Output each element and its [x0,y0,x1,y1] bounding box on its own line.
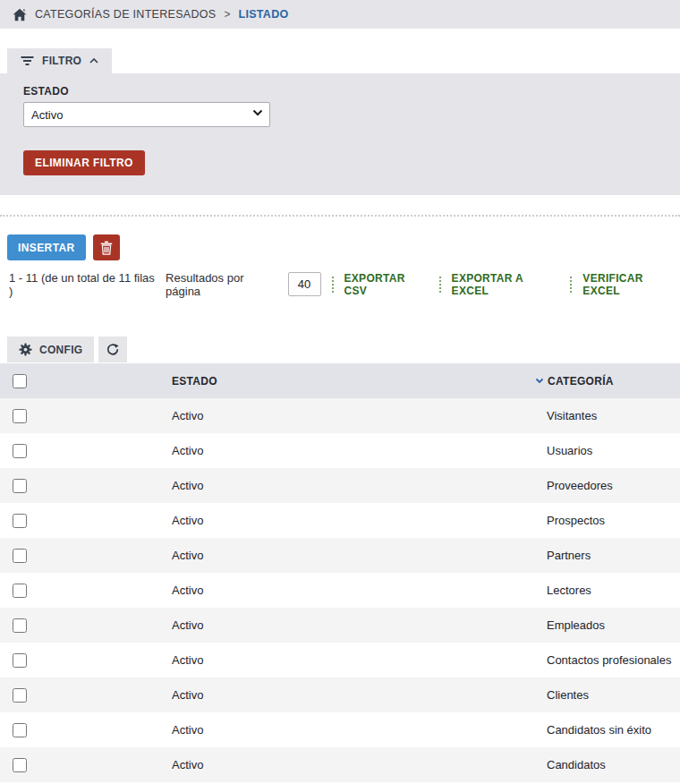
dotted-vertical-separator [439,277,441,293]
breadcrumb: CATEGORÍAS DE INTERESADOS > LISTADO [0,0,680,29]
breadcrumb-section[interactable]: CATEGORÍAS DE INTERESADOS [35,8,216,21]
estado-cell: Activo [159,468,535,503]
estado-cell: Activo [159,608,535,643]
table-row: ActivoCandidatos sin éxito [0,712,680,747]
categoria-cell: Clientes [535,677,680,712]
table-row: ActivoUsuarios [0,433,680,468]
dotted-vertical-separator [332,277,334,293]
insertar-button[interactable]: INSERTAR [7,234,86,260]
row-checkbox[interactable] [13,549,27,563]
export-link[interactable]: VERIFICAR EXCEL [582,272,680,297]
sort-chevron-down-icon [535,378,544,384]
categoria-cell: Partners [535,538,680,573]
categoria-cell: Lectores [535,573,680,608]
column-header-categoria[interactable]: CATEGORÍA [535,363,680,398]
section-divider [0,215,680,217]
categoria-cell: Empleados [535,608,680,643]
table-row: ActivoProveedores [0,468,680,503]
table-row: ActivoPartners [0,538,680,573]
categoria-cell: Proveedores [535,468,680,503]
filter-panel: ESTADO Activo ELIMINAR FILTRO [0,73,680,195]
row-checkbox[interactable] [13,584,27,598]
table-row: ActivoEmpleados [0,608,680,643]
categoria-cell: Usuarios [535,433,680,468]
row-checkbox[interactable] [13,618,27,633]
table-row: ActivoContactos profesionales [0,643,680,677]
gear-icon [19,343,32,356]
estado-cell: Activo [159,503,535,538]
row-checkbox[interactable] [13,688,27,703]
table-header-row: ESTADO CATEGORÍA [0,363,680,398]
column-header-estado[interactable]: ESTADO [159,363,535,398]
table-row: ActivoClientes [0,677,680,712]
breadcrumb-separator: > [224,8,230,21]
results-table: ESTADO CATEGORÍA ActivoVisitantesActivoU… [0,363,680,782]
table-row: ActivoCandidatos [0,747,680,782]
filter-icon [21,55,34,66]
estado-select[interactable]: Activo [23,102,270,127]
row-checkbox[interactable] [13,758,27,772]
table-row: ActivoVisitantes [0,398,680,433]
delete-button[interactable] [93,234,120,260]
categoria-cell: Visitantes [535,398,680,433]
estado-cell: Activo [159,643,535,677]
filter-tab-label: FILTRO [42,55,81,67]
estado-cell: Activo [159,677,535,712]
breadcrumb-current: LISTADO [238,8,288,21]
per-page-input[interactable] [288,272,321,296]
chevron-up-icon [89,58,98,64]
categoria-cell: Contactos profesionales [535,643,680,677]
estado-cell: Activo [159,538,535,573]
pagination-summary: 1 - 11 (de un total de 11 filas ) [9,271,157,298]
row-checkbox[interactable] [13,479,27,493]
row-checkbox[interactable] [13,444,27,458]
estado-cell: Activo [159,433,535,468]
estado-field-label: ESTADO [23,85,680,98]
estado-cell: Activo [159,398,535,433]
categoria-cell: Candidatos [535,747,680,782]
table-row: ActivoProspectos [0,503,680,538]
row-checkbox[interactable] [13,723,27,737]
dotted-vertical-separator [570,277,572,293]
export-links: EXPORTAR CSVEXPORTAR A EXCELVERIFICAR EX… [321,272,680,297]
trash-icon [100,241,113,255]
config-label: CONFIG [39,344,82,356]
home-icon[interactable] [13,8,27,21]
table-body: ActivoVisitantesActivoUsuariosActivoProv… [0,398,680,782]
pagination-bar: 1 - 11 (de un total de 11 filas ) Result… [9,272,680,296]
estado-cell: Activo [159,573,535,608]
refresh-icon [106,343,120,357]
per-page-label: Resultados por página [166,271,278,298]
export-link[interactable]: EXPORTAR CSV [344,272,429,297]
row-checkbox[interactable] [13,409,27,423]
table-row: ActivoLectores [0,573,680,608]
export-link[interactable]: EXPORTAR A EXCEL [452,272,560,297]
filter-toggle-button[interactable]: FILTRO [7,48,112,73]
refresh-button[interactable] [98,337,127,362]
config-button[interactable]: CONFIG [7,337,94,362]
select-all-checkbox[interactable] [13,374,27,388]
row-checkbox[interactable] [13,514,27,528]
estado-cell: Activo [159,747,535,782]
categoria-cell: Candidatos sin éxito [535,712,680,747]
row-checkbox[interactable] [13,653,27,668]
estado-cell: Activo [159,712,535,747]
eliminar-filtro-button[interactable]: ELIMINAR FILTRO [23,150,145,175]
categoria-cell: Prospectos [535,503,680,538]
